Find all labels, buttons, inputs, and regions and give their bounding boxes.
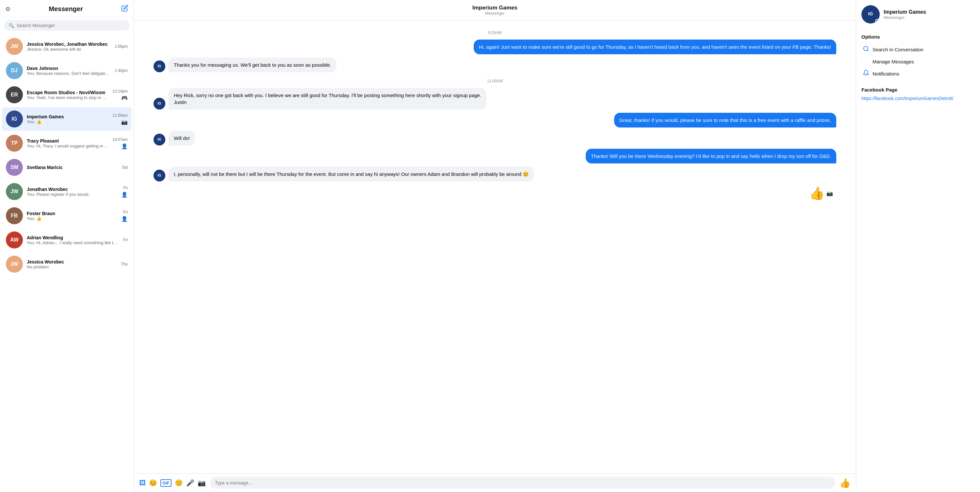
timestamp-label: 9:28AM (154, 30, 836, 35)
compose-icon[interactable] (121, 5, 128, 13)
avatar: IG (6, 110, 23, 128)
message-input[interactable] (210, 477, 835, 489)
conv-name: Adrian Wendling (27, 235, 119, 240)
conv-info: Jessica Worobec, Jonathan Worobec Jessic… (27, 42, 111, 52)
facebook-page-link[interactable]: https://facebook.com/ImperiumGamesDetroi… (861, 96, 975, 101)
conv-time: 1:56pm (115, 44, 128, 49)
message-row: IG Hey Rick, sorry no one got back with … (154, 88, 836, 110)
conv-preview: You: Hi, Adrian... I really need somethi… (27, 240, 119, 245)
message-bubble: Thanks! Will you be there Wednesday even… (586, 149, 836, 163)
conv-name: Jessica Worobec, Jonathan Worobec (27, 42, 111, 47)
like-button[interactable]: 👍 (839, 478, 851, 489)
conversation-item-10[interactable]: JW Jessica Worobec No problem Thu (2, 252, 132, 276)
facebook-page-label: Facebook Page (861, 87, 975, 93)
message-bubble: I, personally, will not be there but I w… (169, 167, 534, 181)
conversation-item-7[interactable]: JW Jonathan Worobec You: Please register… (2, 180, 132, 203)
search-in-conversation-option[interactable]: Search in Conversation (861, 43, 975, 56)
conv-badge: 👤 (121, 216, 128, 222)
conv-info: Imperium Games You: 👍 (27, 114, 108, 124)
conv-time: Fri (123, 210, 128, 214)
conversation-item-6[interactable]: SM Svetlana Maricic Sat (2, 156, 132, 179)
conv-meta: Fri 👤 (121, 210, 128, 222)
message-row: Great, thanks! If you would, please be s… (154, 113, 836, 128)
notifications-option[interactable]: Notifications (861, 67, 975, 80)
conv-meta: Thu (121, 262, 128, 267)
conversation-item-8[interactable]: FB Foster Braun You: 👍 Fri 👤 (2, 204, 132, 227)
image-icon[interactable]: 🖼 (139, 479, 146, 487)
right-panel: IG Imperium Games Messenger Options Sear… (856, 0, 980, 492)
like-reaction-row: 👍📷 (154, 186, 836, 200)
audio-icon[interactable]: 🎤 (186, 479, 194, 487)
conv-info: Adrian Wendling You: Hi, Adrian... I rea… (27, 235, 119, 245)
conv-preview: You: Yeah, I've been meaning to stop in … (27, 95, 108, 100)
conv-name: Imperium Games (27, 114, 108, 119)
message-bubble: Thanks you for messaging us. We'll get b… (169, 58, 336, 72)
conversation-item-1[interactable]: JW Jessica Worobec, Jonathan Worobec Jes… (2, 35, 132, 58)
conv-badge: 📷 (121, 119, 128, 125)
manage-messages-label: Manage Messages (863, 59, 914, 64)
emoji-icon[interactable]: 😊 (149, 479, 157, 487)
sender-avatar: IG (154, 170, 165, 181)
conv-info: Dave Johnson You: Because reasons. Don't… (27, 66, 111, 76)
search-bar[interactable]: 🔍 (4, 20, 130, 31)
camera-icon[interactable]: 📷 (197, 479, 206, 487)
conv-meta: 1:40pm (115, 68, 128, 73)
panel-name: Imperium Games (884, 9, 926, 15)
conv-time: 10:07am (112, 137, 128, 142)
manage-messages-option[interactable]: Manage Messages (861, 56, 975, 67)
avatar: SM (6, 159, 23, 176)
panel-profile: IG Imperium Games Messenger (861, 5, 975, 24)
conv-info: Svetlana Maricic (27, 165, 118, 170)
conv-time: Fri (123, 186, 128, 190)
like-reaction-badge: 📷 (826, 190, 833, 196)
search-input[interactable] (17, 23, 125, 28)
panel-subtitle: Messenger (884, 15, 926, 20)
avatar: TP (6, 135, 23, 152)
options-label: Options (861, 34, 975, 40)
sticker-icon[interactable]: 🙂 (175, 479, 183, 487)
conv-info: Jonathan Worobec You: Please register if… (27, 187, 117, 197)
panel-name-group: Imperium Games Messenger (884, 9, 926, 20)
conv-info: Jessica Worobec No problem (27, 259, 117, 269)
avatar: FB (6, 207, 23, 224)
conv-preview: You: Please register if you would. (27, 192, 117, 197)
conversation-item-5[interactable]: TP Tracy Pleasant You: Hi, Tracy. I woul… (2, 131, 132, 155)
sender-avatar: IG (154, 98, 165, 110)
conv-info: Foster Braun You: 👍 (27, 211, 117, 221)
gear-icon[interactable]: ⚙ (5, 6, 10, 13)
conversation-item-2[interactable]: DJ Dave Johnson You: Because reasons. Do… (2, 59, 132, 82)
message-bubble: Great, thanks! If you would, please be s… (614, 113, 836, 128)
conv-preview: You: Because reasons. Don't feel obligat… (27, 71, 111, 76)
svg-point-10 (864, 46, 868, 51)
message-bubble: Hey Rick, sorry no one got back with you… (169, 88, 487, 110)
conv-meta: Fri (123, 238, 128, 242)
conv-time: Sat (122, 165, 128, 170)
sidebar: ⚙ Messenger 🔍 JW Jessica Worobec, Jonath… (0, 0, 134, 492)
conversation-item-3[interactable]: ER Escape Room Studios - Novi/Wixom You:… (2, 83, 132, 107)
like-reaction-icon[interactable]: 👍 (809, 186, 824, 200)
svg-text:IG: IG (158, 173, 161, 177)
conv-name: Svetlana Maricic (27, 165, 118, 170)
conv-name: Escape Room Studios - Novi/Wixom (27, 90, 108, 95)
notifications-label: Notifications (872, 71, 899, 77)
main-chat: Imperium Games Messenger 9:28AM Hi, agai… (134, 0, 856, 492)
message-bubble: Hi, again! Just want to make sure we're … (474, 40, 836, 54)
conv-name: Dave Johnson (27, 66, 111, 71)
conversation-item-4[interactable]: IG Imperium Games You: 👍 11:56am 📷 (2, 107, 132, 131)
search-in-conversation-label: Search in Conversation (872, 47, 923, 52)
sender-avatar: IG (154, 134, 165, 145)
avatar: ER (6, 86, 23, 103)
conversation-item-9[interactable]: AW Adrian Wendling You: Hi, Adrian... I … (2, 228, 132, 252)
avatar: DJ (6, 62, 23, 79)
online-indicator (875, 19, 880, 23)
avatar: JW (6, 256, 23, 273)
conv-badge: 🎮 (121, 95, 128, 101)
conv-badge: 👤 (121, 143, 128, 149)
timestamp-label: 11:00AM (154, 79, 836, 83)
message-row: IG I, personally, will not be there but … (154, 167, 836, 181)
avatar: AW (6, 232, 23, 248)
chat-subtitle: Messenger (485, 11, 504, 16)
sidebar-title: Messenger (49, 5, 83, 13)
gif-icon[interactable]: GIF (161, 479, 172, 487)
message-bubble: Will do! (169, 131, 195, 145)
